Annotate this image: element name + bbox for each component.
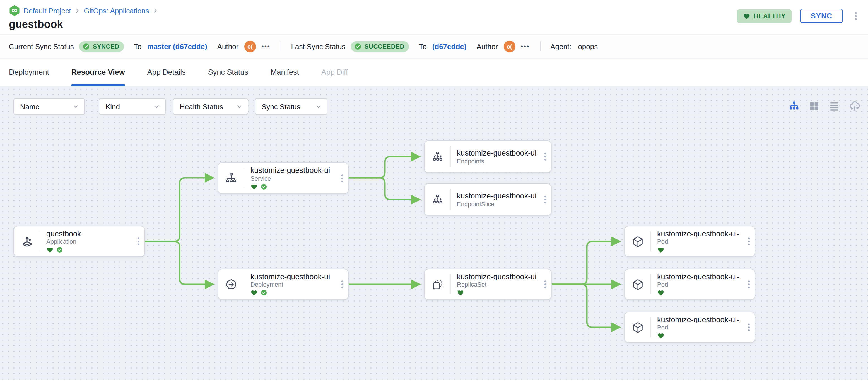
node-kebab-menu-icon[interactable] — [539, 184, 551, 215]
node-kebab-menu-icon[interactable] — [743, 312, 755, 342]
healthy-heart-icon — [46, 247, 54, 253]
node-title: kustomize-guestbook-ui — [457, 149, 537, 157]
node-kind: Pod — [657, 281, 740, 288]
breadcrumb-item-project[interactable]: Default Project — [24, 6, 71, 15]
node-body: kustomize-guestbook-ui-... Pod — [651, 312, 743, 342]
endpointslice-icon — [425, 184, 450, 215]
node-kind: Service — [250, 175, 334, 182]
chevron-right-icon — [153, 7, 159, 14]
current-sync-status-label: Current Sync Status — [9, 42, 74, 51]
sync-status-bar: Current Sync Status SYNCED To master (d6… — [0, 34, 868, 59]
node-kind: Application — [46, 238, 130, 245]
header-right: HEALTHY SYNC — [737, 9, 860, 23]
replicaset-icon — [425, 269, 450, 299]
check-circle-icon — [354, 43, 362, 50]
tab-bar: Deployment Resource View App Details Syn… — [0, 59, 868, 87]
tab-manifest[interactable]: Manifest — [271, 59, 299, 86]
node-pod-1[interactable]: kustomize-guestbook-ui-... Pod — [624, 226, 755, 257]
node-status-row — [657, 247, 740, 253]
node-application-guestbook[interactable]: guestbook Application — [13, 226, 145, 257]
edge-guestbook-service — [145, 178, 213, 242]
healthy-heart-icon — [250, 289, 258, 296]
current-sync-status-badge: SYNCED — [80, 41, 124, 52]
synced-check-icon — [260, 289, 267, 296]
healthy-heart-icon — [250, 184, 258, 190]
node-endpointslice-kustomize-guestbook-ui[interactable]: kustomize-guestbook-ui-... EndpointSlice — [424, 184, 552, 216]
node-body: kustomize-guestbook-ui-... Pod — [651, 269, 743, 299]
node-kebab-menu-icon[interactable] — [132, 226, 145, 256]
node-kebab-menu-icon[interactable] — [336, 163, 348, 193]
node-kebab-menu-icon[interactable] — [539, 269, 551, 299]
node-body: kustomize-guestbook-ui-... EndpointSlice — [451, 184, 539, 215]
node-status-row — [657, 289, 740, 296]
node-kebab-menu-icon[interactable] — [336, 269, 348, 299]
node-pod-3[interactable]: kustomize-guestbook-ui-... Pod — [624, 312, 755, 343]
current-to-label: To — [134, 42, 142, 51]
last-author-label: Author — [476, 42, 498, 51]
tab-sync-status[interactable]: Sync Status — [208, 59, 248, 86]
divider — [540, 41, 540, 51]
tab-app-details[interactable]: App Details — [147, 59, 186, 86]
healthy-heart-icon — [657, 247, 664, 253]
node-title: guestbook — [46, 230, 130, 237]
node-kind: EndpointSlice — [457, 201, 537, 208]
app-root: Default Project GitOps: Applications gue… — [0, 0, 868, 383]
breadcrumb-item-gitops-applications[interactable]: GitOps: Applications — [84, 6, 149, 15]
node-status-row — [657, 332, 740, 339]
endpoints-icon — [425, 141, 450, 172]
agent-label: Agent: — [550, 42, 571, 51]
node-kind: ReplicaSet — [457, 281, 537, 288]
sync-button[interactable]: SYNC — [800, 9, 843, 23]
node-body: kustomize-guestbook-ui-... Pod — [651, 226, 743, 256]
node-service-kustomize-guestbook-ui[interactable]: kustomize-guestbook-ui Service — [218, 162, 349, 194]
node-title: kustomize-guestbook-ui — [250, 166, 334, 174]
node-kind: Deployment — [250, 281, 334, 288]
chevron-right-icon — [74, 7, 81, 14]
node-kind: Endpoints — [457, 158, 537, 164]
application-icon — [14, 226, 40, 256]
node-replicaset-kustomize-guestbook-ui[interactable]: kustomize-guestbook-ui-... ReplicaSet — [424, 269, 552, 300]
tab-deployment[interactable]: Deployment — [9, 59, 49, 86]
node-status-row — [457, 289, 537, 296]
node-title: kustomize-guestbook-ui-... — [657, 230, 740, 237]
current-sync-target[interactable]: master (d67cddc) — [147, 42, 207, 51]
synced-check-icon — [56, 247, 63, 253]
header-left: Default Project GitOps: Applications gue… — [9, 4, 159, 31]
current-author-avatar: o( — [244, 40, 256, 52]
tab-resource-view[interactable]: Resource View — [71, 59, 125, 86]
app-header: Default Project GitOps: Applications gue… — [0, 0, 868, 34]
node-kebab-menu-icon[interactable] — [743, 226, 755, 256]
pod-icon — [625, 269, 650, 299]
node-title: kustomize-guestbook-ui-... — [457, 273, 537, 280]
node-kind: Pod — [657, 324, 740, 330]
node-body: kustomize-guestbook-ui-... ReplicaSet — [451, 269, 539, 299]
tab-app-diff: App Diff — [321, 59, 348, 86]
node-pod-2[interactable]: kustomize-guestbook-ui-... Pod — [624, 269, 755, 300]
node-deployment-kustomize-guestbook-ui[interactable]: kustomize-guestbook-ui Deployment — [218, 269, 349, 300]
node-title: kustomize-guestbook-ui-... — [657, 316, 740, 323]
resource-tree-canvas[interactable]: Name Kind Health Status Sync Status — [0, 87, 868, 380]
node-kebab-menu-icon[interactable] — [539, 141, 551, 172]
app-health-badge: HEALTHY — [737, 9, 792, 23]
current-author-label: Author — [217, 42, 239, 51]
last-sync-status-label: Last Sync Status — [291, 42, 346, 51]
page-title: guestbook — [9, 19, 159, 31]
edge-replicaset-pod-1 — [552, 242, 620, 284]
node-kebab-menu-icon[interactable] — [743, 269, 755, 299]
node-body: kustomize-guestbook-ui Service — [244, 163, 336, 193]
edge-service-endpointslice — [349, 178, 420, 199]
node-title: kustomize-guestbook-ui — [250, 273, 334, 280]
header-kebab-menu-icon[interactable] — [851, 11, 860, 21]
node-status-row — [250, 289, 334, 296]
edge-guestbook-deployment — [145, 242, 213, 284]
service-icon — [218, 163, 244, 193]
node-endpoints-kustomize-guestbook-ui[interactable]: kustomize-guestbook-ui Endpoints — [424, 140, 552, 173]
edge-service-endpoints — [349, 157, 420, 178]
node-status-row — [250, 184, 334, 190]
last-more-button[interactable]: ••• — [521, 43, 530, 50]
devtron-logo-icon — [9, 5, 20, 16]
last-sync-target[interactable]: (d67cddc) — [432, 42, 467, 51]
check-circle-icon — [83, 43, 90, 50]
current-more-button[interactable]: ••• — [261, 43, 270, 50]
node-body: guestbook Application — [40, 226, 132, 256]
